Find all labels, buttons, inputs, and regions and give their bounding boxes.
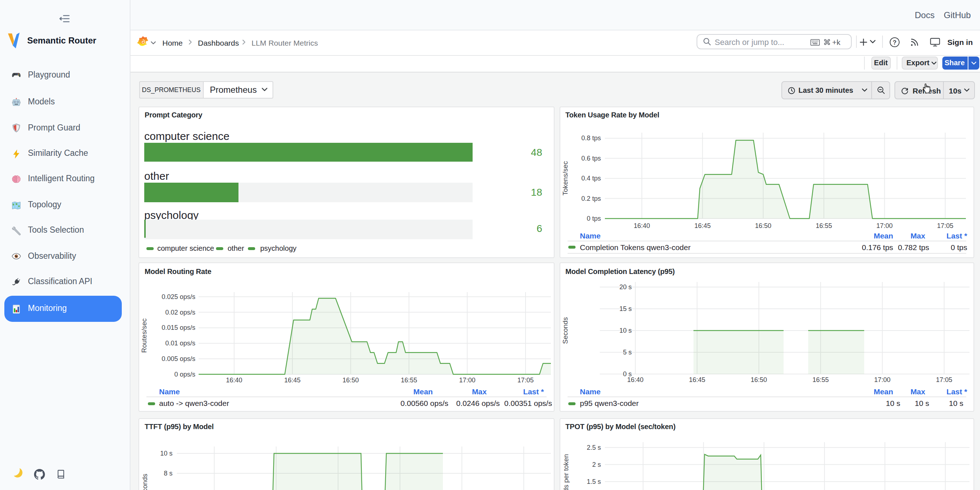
- svg-text:16:40: 16:40: [226, 377, 242, 384]
- svg-text:0 tps: 0 tps: [586, 215, 601, 222]
- svg-text:17:00: 17:00: [874, 376, 890, 383]
- svg-text:17:05: 17:05: [937, 222, 953, 229]
- svg-text:16:40: 16:40: [627, 376, 643, 383]
- svg-text:16:50: 16:50: [342, 377, 359, 384]
- svg-text:0.01 ops/s: 0.01 ops/s: [165, 340, 195, 347]
- svg-text:?: ?: [892, 39, 896, 46]
- svg-text:16:40: 16:40: [633, 222, 649, 229]
- svg-text:0.005 ops/s: 0.005 ops/s: [162, 355, 195, 363]
- svg-text:17:05: 17:05: [517, 377, 533, 384]
- svg-text:20 s: 20 s: [619, 283, 632, 291]
- svg-text:2.5 s: 2.5 s: [586, 444, 601, 451]
- svg-text:Seconds per token: Seconds per token: [562, 454, 570, 490]
- svg-text:1.5 s: 1.5 s: [586, 478, 601, 485]
- svg-text:16:55: 16:55: [815, 222, 832, 229]
- svg-text:0.8 tps: 0.8 tps: [581, 134, 601, 142]
- svg-text:15 s: 15 s: [619, 305, 632, 312]
- svg-text:16:50: 16:50: [750, 376, 767, 383]
- svg-text:17:05: 17:05: [935, 376, 952, 383]
- svg-text:0.6 tps: 0.6 tps: [581, 154, 601, 162]
- svg-text:16:45: 16:45: [284, 377, 301, 384]
- svg-text:16:50: 16:50: [754, 222, 771, 229]
- svg-text:16:55: 16:55: [401, 377, 417, 384]
- svg-text:5 s: 5 s: [623, 348, 632, 356]
- svg-text:17:00: 17:00: [459, 377, 476, 384]
- svg-text:10 s: 10 s: [619, 327, 632, 334]
- svg-text:0 ops/s: 0 ops/s: [174, 371, 195, 378]
- svg-text:8 s: 8 s: [164, 469, 172, 477]
- svg-text:Seconds: Seconds: [561, 317, 569, 344]
- svg-text:16:45: 16:45: [689, 376, 705, 383]
- svg-text:0.2 tps: 0.2 tps: [581, 195, 601, 202]
- svg-text:10 s: 10 s: [160, 449, 172, 457]
- svg-text:0.02 ops/s: 0.02 ops/s: [165, 309, 195, 316]
- svg-text:Seconds: Seconds: [141, 473, 149, 490]
- svg-text:Tokens/sec: Tokens/sec: [561, 161, 569, 195]
- svg-text:16:55: 16:55: [812, 376, 829, 383]
- svg-text:2 s: 2 s: [592, 461, 601, 468]
- svg-text:Routes/sec: Routes/sec: [140, 318, 148, 353]
- svg-text:17:00: 17:00: [876, 222, 892, 229]
- svg-text:0.025 ops/s: 0.025 ops/s: [162, 293, 195, 301]
- svg-text:0.4 tps: 0.4 tps: [581, 174, 601, 181]
- svg-text:0.015 ops/s: 0.015 ops/s: [162, 324, 195, 331]
- svg-text:16:45: 16:45: [694, 222, 710, 229]
